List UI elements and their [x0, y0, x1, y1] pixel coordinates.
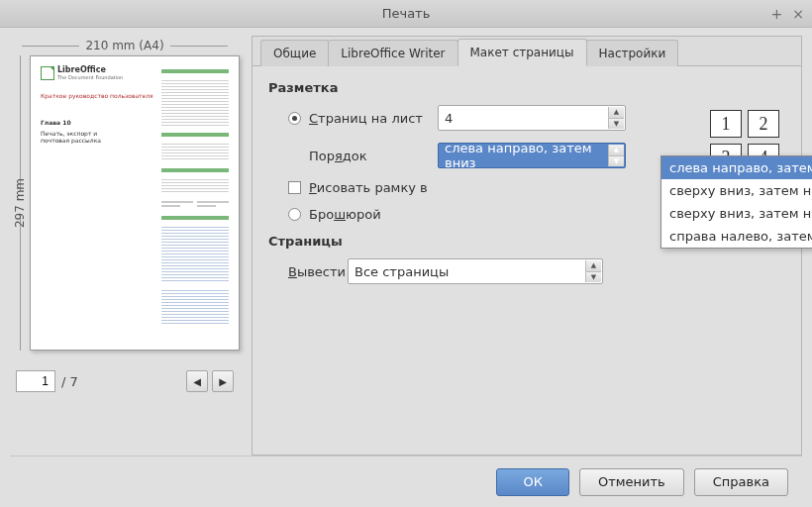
maximize-icon[interactable]: +: [771, 6, 783, 22]
page-navigator: / 7 ◀ ▶: [10, 370, 240, 392]
chevron-down-icon[interactable]: ▼: [608, 156, 624, 167]
tab-bar: Общие LibreOffice Writer Макет страницы …: [253, 37, 801, 66]
tab-settings[interactable]: Настройки: [586, 40, 679, 66]
tab-writer[interactable]: LibreOffice Writer: [328, 40, 457, 66]
titlebar[interactable]: Печать + ×: [0, 0, 812, 28]
pages-per-sheet-label: Страниц на лист: [309, 111, 438, 126]
order-dropdown[interactable]: слева направо, затем вниз сверху вниз, з…: [660, 155, 812, 249]
chevron-up-icon[interactable]: ▲: [608, 145, 624, 156]
libreoffice-logo: LibreOfficeThe Document Foundation: [41, 66, 153, 80]
chevron-down-icon[interactable]: ▼: [585, 272, 601, 283]
ok-button[interactable]: ОК: [496, 468, 568, 496]
pages-per-sheet-combo[interactable]: 4 ▲▼: [438, 105, 626, 131]
tab-general[interactable]: Общие: [260, 40, 329, 66]
nup-cell: 2: [748, 110, 779, 138]
page-number-input[interactable]: [16, 370, 55, 392]
close-icon[interactable]: ×: [792, 6, 804, 22]
help-button[interactable]: Справка: [694, 468, 788, 496]
radio-brochure[interactable]: [288, 208, 301, 221]
dropdown-option[interactable]: справа налево, затем вниз: [661, 225, 812, 248]
dialog-body: 210 mm (A4) 297 mm LibreOfficeThe Docume…: [0, 28, 812, 507]
tab-content: Разметка Страниц на лист 4 ▲▼ Порядок: [253, 66, 801, 310]
order-label: Порядок: [309, 149, 438, 163]
dropdown-option[interactable]: слева направо, затем вниз: [661, 156, 812, 179]
nup-cell: 1: [710, 110, 742, 138]
button-bar: ОК Отменить Справка: [10, 456, 802, 507]
draw-border-label: Рисовать рамку в: [309, 180, 428, 195]
dropdown-option[interactable]: сверху вниз, затем налево: [661, 202, 812, 225]
brochure-label: Брошюрой: [309, 207, 438, 222]
preview-pane: 210 mm (A4) 297 mm LibreOfficeThe Docume…: [10, 36, 240, 456]
prev-page-button[interactable]: ◀: [186, 370, 208, 392]
chevron-down-icon[interactable]: ▼: [608, 119, 624, 130]
page-height-label: 297 mm: [10, 55, 30, 351]
radio-pages-per-sheet[interactable]: [288, 112, 301, 125]
checkbox-draw-border[interactable]: [288, 181, 301, 194]
include-combo[interactable]: Все страницы ▲▼: [348, 258, 603, 284]
page-preview: LibreOfficeThe Document Foundation Кратк…: [30, 55, 240, 351]
dropdown-option[interactable]: сверху вниз, затем направо: [661, 179, 812, 202]
page-total: / 7: [61, 374, 78, 389]
options-pane: Общие LibreOffice Writer Макет страницы …: [252, 36, 802, 456]
window-controls: + ×: [771, 0, 804, 28]
section-layout-title: Разметка: [268, 80, 785, 95]
chevron-up-icon[interactable]: ▲: [608, 107, 624, 119]
tab-page-layout[interactable]: Макет страницы: [457, 39, 587, 66]
page-width-label: 210 mm (A4): [10, 36, 240, 55]
order-combo[interactable]: слева направо, затем вниз ▲▼: [438, 143, 626, 168]
next-page-button[interactable]: ▶: [212, 370, 234, 392]
cancel-button[interactable]: Отменить: [579, 468, 684, 496]
include-label: Вывести: [288, 264, 348, 279]
window-title: Печать: [382, 6, 431, 21]
chevron-up-icon[interactable]: ▲: [585, 260, 601, 272]
content-area: 210 mm (A4) 297 mm LibreOfficeThe Docume…: [10, 36, 802, 456]
print-dialog: Печать + × 210 mm (A4) 297 mm: [0, 0, 812, 507]
